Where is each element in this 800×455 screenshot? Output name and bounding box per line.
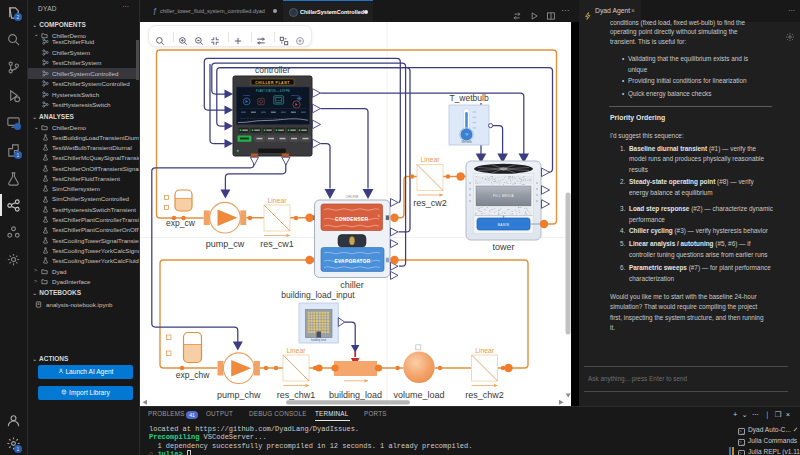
svg-text:MODE: MODE bbox=[243, 94, 251, 97]
svg-text:res_chw2: res_chw2 bbox=[465, 390, 504, 400]
svg-text:exp_chw: exp_chw bbox=[176, 370, 210, 380]
svg-text:SETPT: SETPT bbox=[291, 94, 299, 97]
svg-text:controller: controller bbox=[255, 65, 290, 75]
svg-text:Linear: Linear bbox=[421, 156, 441, 163]
svg-text:Linear: Linear bbox=[268, 197, 288, 204]
svg-text:tower: tower bbox=[492, 242, 514, 252]
svg-text:CW 54.2F CHW 44.1F TWR 78.3F: CW 54.2F CHW 44.1F TWR 78.3F AMB 91.2F bbox=[240, 117, 284, 119]
svg-text:⇅: ⇅ bbox=[377, 214, 380, 218]
svg-text:Linear: Linear bbox=[475, 347, 495, 354]
svg-text:pump_chw: pump_chw bbox=[217, 390, 261, 400]
svg-text:CHLR: CHLR bbox=[276, 99, 282, 101]
svg-text:EVAPORATOR: EVAPORATOR bbox=[334, 259, 370, 264]
svg-text:CHILLER PLANT: CHILLER PLANT bbox=[255, 81, 290, 85]
svg-text:BASIN: BASIN bbox=[498, 223, 510, 227]
svg-text:res_chw1: res_chw1 bbox=[277, 390, 316, 400]
svg-text:T_wetbulb: T_wetbulb bbox=[449, 93, 488, 103]
svg-text:Linear: Linear bbox=[287, 347, 307, 354]
svg-text:°F: °F bbox=[465, 133, 468, 137]
svg-text:exp_cw: exp_cw bbox=[166, 218, 196, 228]
svg-text:PLANT STATUS — 4:09 PM: PLANT STATUS — 4:09 PM bbox=[256, 89, 291, 93]
svg-text:pump_cw: pump_cw bbox=[206, 239, 245, 249]
svg-text:chiller: chiller bbox=[340, 280, 364, 290]
svg-text:CONDENSER: CONDENSER bbox=[335, 217, 369, 222]
svg-text:res_cw2: res_cw2 bbox=[413, 198, 447, 208]
svg-text:building_load: building_load bbox=[329, 390, 382, 400]
svg-text:FILL MEDIA: FILL MEDIA bbox=[493, 194, 515, 198]
svg-text:Wet bulb: Wet bulb bbox=[461, 140, 472, 144]
svg-text:volume_load: volume_load bbox=[393, 390, 444, 400]
svg-text:building load: building load bbox=[311, 338, 326, 342]
svg-text:res_cw1: res_cw1 bbox=[260, 239, 294, 249]
svg-text:CHW PWR: CHW PWR bbox=[346, 195, 359, 199]
svg-text:building_load_input: building_load_input bbox=[281, 290, 355, 300]
